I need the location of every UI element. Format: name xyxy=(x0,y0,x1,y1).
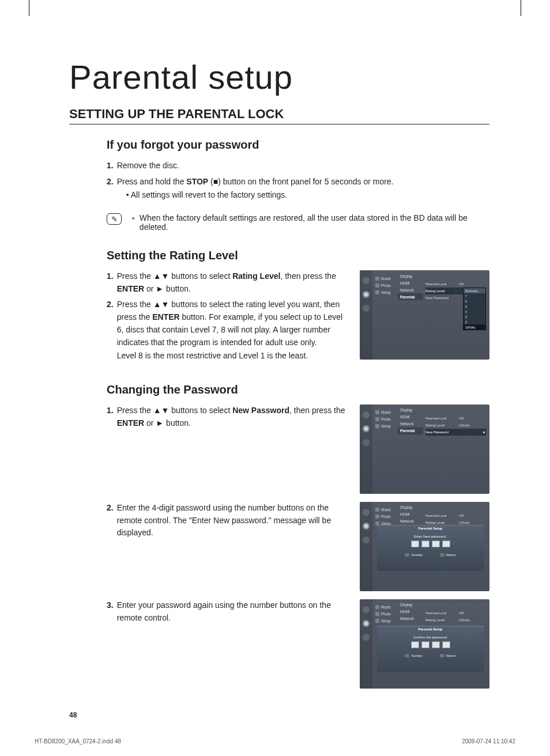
menu-item: Display xyxy=(398,602,423,608)
dropdown-option: 5 xyxy=(464,304,485,309)
password-step3: 3. Enter your password again using the n… xyxy=(107,599,348,693)
step-number: 2. xyxy=(107,502,114,539)
tab-label: Music xyxy=(381,508,391,512)
menu-item: HDMI xyxy=(398,414,423,421)
subsection-forgot: If you forgot your password xyxy=(107,138,489,152)
setting-label: New Password xyxy=(425,430,455,434)
setting-value: Off xyxy=(459,611,486,615)
hint-label: Return xyxy=(446,654,456,657)
dropdown-option: 3 xyxy=(464,314,485,319)
setting-value: 1(Kids) xyxy=(459,521,486,524)
note-text: ■ When the factory default settings are … xyxy=(132,213,489,232)
key-icon xyxy=(405,654,409,657)
osd-screenshot-confirm: Music Photo Setup Display HDMI Network P… xyxy=(360,599,489,689)
menu-item: Network xyxy=(398,518,423,525)
music-icon xyxy=(375,410,379,414)
subsection-rating: Setting the Rating Level xyxy=(107,249,489,262)
t: , then press the xyxy=(289,406,345,415)
step-number: 1. xyxy=(107,270,114,295)
osd-screenshot-enter: Music Photo Setup Display HDMI Network P… xyxy=(360,502,489,591)
step-number: 1. xyxy=(107,160,114,172)
setting-label: Rating Level xyxy=(425,618,455,622)
password-box xyxy=(411,540,419,547)
menu-item-selected: Parental xyxy=(398,428,423,434)
t: ENTER xyxy=(117,284,144,293)
t: Press the ▲▼ buttons to select xyxy=(117,406,232,415)
disc-icon xyxy=(363,509,370,516)
dropdown-option: 2 xyxy=(464,319,485,324)
dropdown-option: 1(Kids) xyxy=(464,324,485,330)
photo-icon xyxy=(375,515,379,519)
bullet-icon: ■ xyxy=(132,216,135,232)
music-icon xyxy=(375,277,379,281)
tab-label: Photo xyxy=(381,515,391,519)
setting-label: Rating Level xyxy=(425,424,455,427)
disc-icon xyxy=(363,411,370,418)
dropdown-option: 8(Adults) xyxy=(464,288,485,293)
hint-label: Return xyxy=(446,553,456,557)
setting-value: Off xyxy=(459,417,486,420)
page-number: 48 xyxy=(69,711,77,719)
menu-item: Display xyxy=(398,407,423,414)
t: or ► button. xyxy=(144,284,191,293)
page: Parental setup SETTING UP THE PARENTAL L… xyxy=(0,0,550,756)
gear-icon xyxy=(363,620,370,627)
footer-filename: HT-BD8200_XAA_0724-2.indd 48 xyxy=(35,738,121,744)
hint-label: Number xyxy=(411,654,423,657)
home-icon xyxy=(363,536,370,543)
tab-label: Setup xyxy=(381,619,391,623)
t: ENTER xyxy=(152,312,179,322)
hint-label: Number xyxy=(411,553,423,557)
step-text: Press the ▲▼ buttons to select New Passw… xyxy=(117,405,348,429)
setting-label: Parental Lock xyxy=(425,417,455,420)
gear-icon xyxy=(375,619,379,623)
menu-item: HDMI xyxy=(398,511,423,518)
dropdown-option: 7 xyxy=(464,293,485,298)
step-number: 3. xyxy=(107,599,114,624)
step-number: 2. xyxy=(107,298,114,362)
menu-item: Display xyxy=(398,273,423,279)
key-icon xyxy=(405,553,409,557)
menu-item: Network xyxy=(398,421,423,428)
setting-label: Rating Level xyxy=(425,289,455,293)
password-step2: 2. Enter the 4-digit password using the … xyxy=(107,502,348,596)
key-icon xyxy=(440,553,444,557)
t: Level 8 is the most restrictive and Leve… xyxy=(117,350,348,362)
password-box xyxy=(442,540,450,547)
menu-item: Network xyxy=(398,286,423,293)
setting-value: 1(Kids) xyxy=(459,618,486,622)
setting-label: New Password xyxy=(425,296,455,300)
tab-label: Music xyxy=(381,277,391,281)
t: Press and hold the xyxy=(117,177,187,186)
sub-bullet: • All settings will revert to the factor… xyxy=(126,189,489,202)
setting-value: Off xyxy=(459,282,486,286)
tab-label: Setup xyxy=(381,290,391,294)
menu-item-selected: Parental xyxy=(398,293,423,300)
password-box xyxy=(411,641,419,648)
gear-icon xyxy=(363,425,370,432)
menu-item: HDMI xyxy=(398,279,423,286)
gear-icon xyxy=(375,424,379,428)
t: ENTER xyxy=(117,418,144,428)
forgot-body: 1. Remove the disc. 2. Press and hold th… xyxy=(107,160,489,202)
disc-icon xyxy=(363,606,370,613)
setting-label: Rating Level xyxy=(425,521,455,524)
t: , then press the xyxy=(280,271,336,281)
modal-title: Parental Setup xyxy=(377,526,484,530)
setting-label: Parental Lock xyxy=(425,514,455,517)
gear-icon xyxy=(363,291,370,298)
key-icon xyxy=(440,654,444,657)
tab-label: Music xyxy=(381,410,391,414)
step-number: 2. xyxy=(107,176,114,202)
setting-label: Parental Lock xyxy=(425,282,455,286)
t: (■) button on the front panel for 5 seco… xyxy=(208,177,393,186)
tab-label: Music xyxy=(381,605,391,609)
t: or ► button. xyxy=(144,418,191,428)
section-title: SETTING UP THE PARENTAL LOCK xyxy=(69,107,489,124)
menu-item: Network xyxy=(398,615,423,622)
photo-icon xyxy=(375,284,379,288)
dropdown-option: 6 xyxy=(464,298,485,304)
tab-label: Photo xyxy=(381,417,391,421)
dropdown-option: 4 xyxy=(464,309,485,314)
osd-screenshot-rating: Music Photo Setup Display HDMI Network P… xyxy=(360,270,489,360)
